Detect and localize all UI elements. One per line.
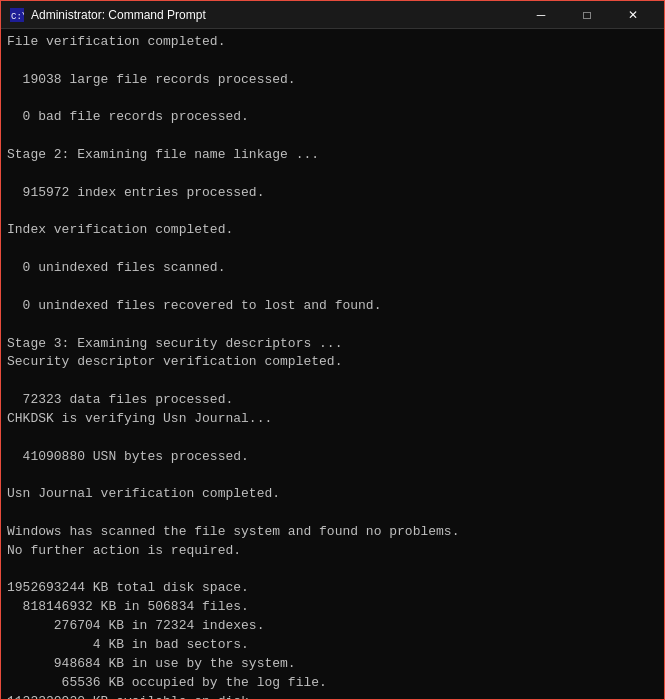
- console-line: 41090880 USN bytes processed.: [7, 448, 658, 467]
- console-line: Usn Journal verification completed.: [7, 485, 658, 504]
- console-line: [7, 240, 658, 259]
- console-line: 19038 large file records processed.: [7, 71, 658, 90]
- title-bar: C:\ Administrator: Command Prompt ─ □ ✕: [1, 1, 664, 29]
- console-line: [7, 316, 658, 335]
- console-line: Security descriptor verification complet…: [7, 353, 658, 372]
- console-line: [7, 429, 658, 448]
- console-line: 276704 KB in 72324 indexes.: [7, 617, 658, 636]
- console-line: [7, 52, 658, 71]
- close-button[interactable]: ✕: [610, 1, 656, 29]
- window-title: Administrator: Command Prompt: [31, 8, 518, 22]
- window-controls: ─ □ ✕: [518, 1, 656, 29]
- maximize-button[interactable]: □: [564, 1, 610, 29]
- console-line: [7, 203, 658, 222]
- console-line: Windows has scanned the file system and …: [7, 523, 658, 542]
- console-line: [7, 466, 658, 485]
- console-line: 4 KB in bad sectors.: [7, 636, 658, 655]
- command-prompt-window: C:\ Administrator: Command Prompt ─ □ ✕ …: [0, 0, 665, 700]
- console-line: [7, 504, 658, 523]
- console-line: 1952693244 KB total disk space.: [7, 579, 658, 598]
- console-line: [7, 561, 658, 580]
- console-line: CHKDSK is verifying Usn Journal...: [7, 410, 658, 429]
- console-line: 65536 KB occupied by the log file.: [7, 674, 658, 693]
- console-line: [7, 90, 658, 109]
- console-line: [7, 165, 658, 184]
- console-line: 915972 index entries processed.: [7, 184, 658, 203]
- console-line: Stage 2: Examining file name linkage ...: [7, 146, 658, 165]
- console-output[interactable]: File verification completed. 19038 large…: [1, 29, 664, 699]
- console-line: File verification completed.: [7, 33, 658, 52]
- cmd-icon: C:\: [9, 7, 25, 23]
- console-line: 72323 data files processed.: [7, 391, 658, 410]
- console-line: 0 bad file records processed.: [7, 108, 658, 127]
- minimize-button[interactable]: ─: [518, 1, 564, 29]
- console-line: 0 unindexed files scanned.: [7, 259, 658, 278]
- svg-text:C:\: C:\: [11, 12, 24, 22]
- console-line: 0 unindexed files recovered to lost and …: [7, 297, 658, 316]
- console-line: [7, 127, 658, 146]
- console-line: No further action is required.: [7, 542, 658, 561]
- console-line: 818146932 KB in 506834 files.: [7, 598, 658, 617]
- console-line: Index verification completed.: [7, 221, 658, 240]
- console-line: [7, 278, 658, 297]
- console-line: Stage 3: Examining security descriptors …: [7, 335, 658, 354]
- console-line: [7, 372, 658, 391]
- console-line: 1133320920 KB available on disk.: [7, 693, 658, 699]
- console-line: 948684 KB in use by the system.: [7, 655, 658, 674]
